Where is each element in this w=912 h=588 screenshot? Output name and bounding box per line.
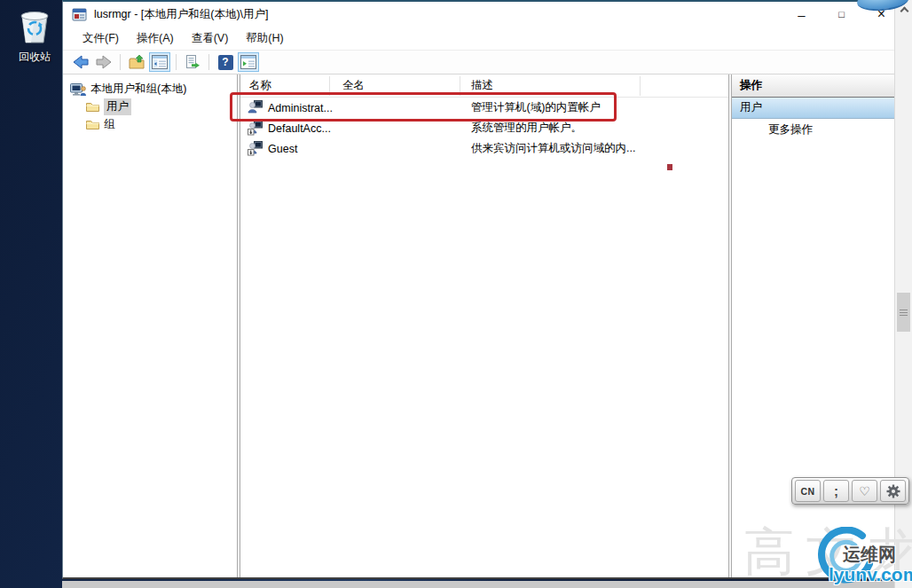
more-actions-item[interactable]: 更多操作 ▶ bbox=[732, 119, 912, 140]
user-account-disabled-icon bbox=[248, 121, 263, 136]
column-header-name[interactable]: 名称 bbox=[249, 78, 271, 93]
help-icon: ? bbox=[218, 55, 233, 70]
lusrmgr-window: lusrmgr - [本地用户和组(本地)\用户] – □ × 文件(F) 操作… bbox=[62, 0, 912, 579]
language-mode-label: CN bbox=[800, 486, 814, 497]
mmc-app-icon bbox=[72, 7, 87, 22]
maximize-button[interactable]: □ bbox=[822, 2, 861, 27]
menu-action[interactable]: 操作(A) bbox=[128, 28, 183, 49]
toolbar-separator bbox=[120, 54, 121, 70]
folder-up-icon bbox=[129, 54, 145, 70]
user-name: Administrat... bbox=[268, 102, 333, 114]
folder-icon bbox=[86, 119, 99, 129]
toolbar-separator bbox=[208, 54, 209, 70]
watermark-site-url: lyunv.com bbox=[829, 564, 912, 585]
tree-groups-label: 组 bbox=[104, 117, 115, 132]
window-title: lusrmgr - [本地用户和组(本地)\用户] bbox=[94, 7, 269, 22]
ime-language-button[interactable]: CN bbox=[795, 480, 821, 502]
scrollbar-thumb[interactable] bbox=[897, 293, 910, 332]
punctuation-icon: ; bbox=[834, 484, 838, 498]
menu-file[interactable]: 文件(F) bbox=[74, 28, 128, 49]
column-separator[interactable] bbox=[640, 76, 641, 96]
recycle-bin-shortcut[interactable]: 回收站 bbox=[7, 5, 62, 65]
column-separator[interactable] bbox=[460, 76, 460, 96]
menu-help[interactable]: 帮助(H) bbox=[237, 28, 292, 49]
column-separator[interactable] bbox=[329, 76, 330, 96]
gear-icon bbox=[886, 484, 900, 498]
annotation-red-dot bbox=[667, 164, 672, 170]
column-header-description[interactable]: 描述 bbox=[471, 78, 493, 93]
ime-punctuation-button[interactable]: ; bbox=[823, 480, 849, 502]
heart-icon: ♡ bbox=[859, 485, 870, 498]
recycle-bin-label: 回收站 bbox=[7, 50, 62, 65]
desktop-screen: 回收站 lusrmgr - [本地用户和组(本地)\用户] – □ × bbox=[0, 0, 912, 588]
tree-item-users[interactable]: 用户 bbox=[63, 98, 237, 115]
help-button[interactable]: ? bbox=[215, 52, 236, 72]
actions-section-label: 用户 bbox=[740, 100, 762, 115]
user-row-administrator[interactable]: Administrat... 管理计算机(域)的内置帐户 bbox=[240, 98, 728, 118]
user-name: DefaultAcc... bbox=[268, 122, 331, 135]
more-actions-label: 更多操作 bbox=[768, 122, 813, 137]
user-account-icon bbox=[248, 100, 263, 115]
column-header-fullname[interactable]: 全名 bbox=[342, 78, 365, 93]
back-arrow-icon bbox=[72, 53, 90, 71]
minimize-button[interactable]: – bbox=[782, 2, 822, 27]
chevron-up-icon bbox=[900, 7, 908, 16]
show-action-pane-toggle[interactable] bbox=[238, 52, 259, 72]
user-list-pane: 名称 全名 描述 Administra bbox=[240, 74, 728, 577]
folder-icon bbox=[86, 101, 99, 112]
export-list-icon bbox=[185, 54, 200, 70]
export-list-button[interactable] bbox=[182, 52, 203, 72]
watermark-site-name: 运维网 bbox=[843, 543, 896, 567]
computer-users-icon bbox=[70, 82, 86, 97]
user-description: 供来宾访问计算机或访问域的内... bbox=[471, 141, 728, 156]
console-tree-pane: 本地用户和组(本地) 用户 bbox=[63, 74, 237, 577]
user-row-guest[interactable]: Guest 供来宾访问计算机或访问域的内... bbox=[240, 138, 728, 159]
tree-users-label: 用户 bbox=[104, 98, 131, 115]
user-name: Guest bbox=[268, 143, 297, 155]
scrollbar-grip bbox=[900, 312, 908, 313]
user-description: 管理计算机(域)的内置帐户 bbox=[471, 100, 728, 115]
toolbar: ? bbox=[63, 51, 912, 74]
ime-language-bar[interactable]: CN ; ♡ bbox=[791, 477, 909, 505]
window-body: 本地用户和组(本地) 用户 bbox=[63, 74, 912, 577]
forward-button[interactable] bbox=[93, 52, 114, 72]
user-description: 系统管理的用户帐户。 bbox=[471, 121, 728, 136]
action-pane-icon bbox=[240, 55, 256, 69]
console-tree-icon bbox=[152, 55, 168, 69]
user-account-disabled-icon bbox=[248, 141, 263, 156]
tree-item-root[interactable]: 本地用户和组(本地) bbox=[63, 80, 237, 98]
ime-emoticon-button[interactable]: ♡ bbox=[852, 480, 877, 502]
ime-settings-button[interactable] bbox=[880, 480, 906, 502]
menu-bar: 文件(F) 操作(A) 查看(V) 帮助(H) bbox=[63, 27, 912, 51]
back-button[interactable] bbox=[70, 52, 91, 72]
menu-view[interactable]: 查看(V) bbox=[183, 28, 238, 49]
actions-section-users[interactable]: 用户 ▲ bbox=[732, 98, 912, 119]
forward-arrow-icon bbox=[95, 53, 113, 71]
tree-item-groups[interactable]: 组 bbox=[63, 115, 237, 133]
tree-root-label: 本地用户和组(本地) bbox=[90, 82, 186, 97]
title-bar: lusrmgr - [本地用户和组(本地)\用户] – □ × bbox=[63, 2, 912, 27]
list-header: 名称 全名 描述 bbox=[240, 74, 728, 98]
recycle-bin-icon bbox=[16, 32, 53, 47]
user-row-defaultaccount[interactable]: DefaultAcc... 系统管理的用户帐户。 bbox=[240, 118, 728, 138]
actions-pane-title: 操作 bbox=[732, 74, 912, 98]
show-console-tree-toggle[interactable] bbox=[149, 52, 170, 72]
up-one-level-button[interactable] bbox=[126, 52, 147, 72]
toolbar-separator bbox=[176, 54, 177, 70]
